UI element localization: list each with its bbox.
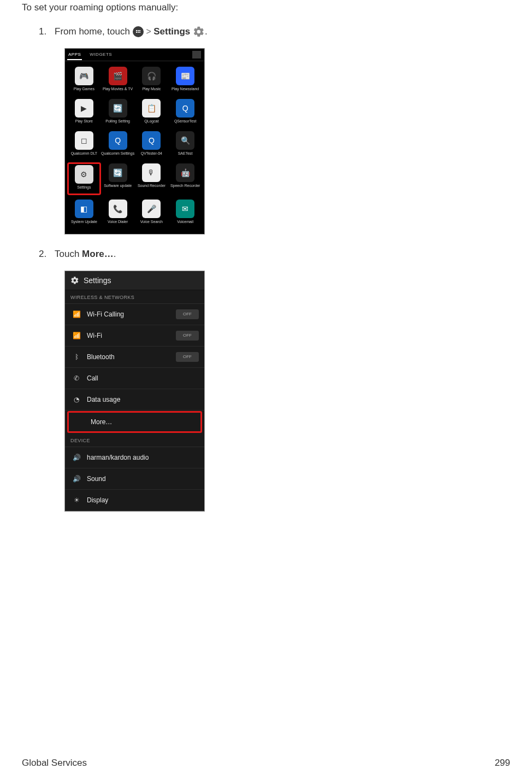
app-label: Play Movies & TV bbox=[103, 87, 133, 95]
settings-row[interactable]: ◔Data usage bbox=[65, 389, 204, 411]
app-icon: 🎮 bbox=[75, 67, 93, 85]
app-label: QSensorTest bbox=[174, 119, 196, 127]
app-label: Sound Recorder bbox=[138, 184, 165, 191]
intro-text: To set your roaming options manually: bbox=[22, 2, 510, 13]
app-label: SAETest bbox=[178, 151, 193, 159]
app-label: Software update bbox=[104, 184, 132, 191]
row-icon: 📶 bbox=[73, 310, 80, 318]
step-1: From home, touch > Settings . APPS WIDGE… bbox=[49, 25, 510, 234]
settings-title: Settings bbox=[84, 276, 111, 285]
app-icon: 🔍 bbox=[176, 131, 194, 150]
screenshot-settings: Settings WIRELESS & NETWORKS 📶Wi-Fi Call… bbox=[64, 271, 205, 512]
app-item[interactable]: QQSensorTest bbox=[168, 99, 202, 127]
step1-suffix: . bbox=[205, 26, 208, 37]
app-label: Settings bbox=[77, 185, 91, 193]
app-item[interactable]: QQualcomm Settings bbox=[101, 131, 135, 159]
toggle-off[interactable]: OFF bbox=[176, 309, 199, 319]
step1-prefix: From home, touch bbox=[55, 26, 133, 37]
app-label: Play Music bbox=[142, 87, 161, 95]
settings-row[interactable]: ☀Display bbox=[65, 490, 204, 511]
app-label: Qualcomm Settings bbox=[101, 151, 134, 159]
app-icon: 🎙 bbox=[142, 163, 161, 182]
app-icon: 🤖 bbox=[176, 163, 194, 182]
row-label: Data usage bbox=[87, 396, 120, 403]
app-icon: 📞 bbox=[109, 200, 127, 218]
apps-icon bbox=[133, 26, 144, 37]
app-item[interactable]: ⚙Settings bbox=[67, 162, 101, 195]
row-label: Bluetooth bbox=[87, 353, 115, 361]
app-label: Qualcomm DLT bbox=[71, 151, 98, 159]
app-item[interactable]: ◻Qualcomm DLT bbox=[67, 131, 101, 159]
row-label: Call bbox=[87, 374, 98, 382]
toggle-off[interactable]: OFF bbox=[176, 352, 199, 362]
gear-icon bbox=[70, 276, 79, 285]
app-item[interactable]: 📰Play Newsstand bbox=[168, 67, 202, 95]
row-icon: ☀ bbox=[73, 496, 80, 504]
app-item[interactable]: ✉Voicemail bbox=[168, 200, 202, 227]
settings-row[interactable]: 📶Wi-FiOFF bbox=[65, 325, 204, 347]
row-icon: ◔ bbox=[73, 396, 80, 403]
app-icon: ✉ bbox=[176, 200, 194, 218]
step2-more-label: More… bbox=[82, 249, 114, 259]
app-item[interactable]: 🎬Play Movies & TV bbox=[101, 67, 135, 95]
section-device: DEVICE bbox=[65, 433, 204, 447]
settings-row[interactable]: 📶Wi-Fi CallingOFF bbox=[65, 304, 204, 325]
app-icon: ◧ bbox=[75, 200, 93, 218]
app-icon: 🎧 bbox=[142, 67, 161, 85]
toggle-off[interactable]: OFF bbox=[176, 331, 199, 341]
settings-row[interactable]: ✆Call bbox=[65, 368, 204, 389]
app-label: System Update bbox=[71, 220, 97, 227]
app-icon: 🔄 bbox=[109, 99, 127, 118]
footer-section: Global Services bbox=[22, 758, 87, 769]
app-label: QVTester-04 bbox=[141, 151, 162, 159]
app-item[interactable]: 🔍SAETest bbox=[168, 131, 202, 159]
app-item[interactable]: QQVTester-04 bbox=[135, 131, 169, 159]
settings-row[interactable]: 🔊Sound bbox=[65, 468, 204, 490]
app-label: Play Newsstand bbox=[172, 87, 199, 95]
app-icon: 📋 bbox=[142, 99, 161, 118]
more-highlight: More… bbox=[67, 411, 202, 433]
row-icon: 🔊 bbox=[73, 454, 80, 461]
app-item[interactable]: 🎧Play Music bbox=[135, 67, 169, 95]
app-label: Voice Search bbox=[140, 220, 163, 227]
app-icon: 🔄 bbox=[109, 163, 127, 182]
tab-apps[interactable]: APPS bbox=[68, 52, 81, 57]
row-label-more: More… bbox=[91, 418, 112, 426]
row-label: harman/kardon audio bbox=[87, 454, 149, 461]
row-label: Wi-Fi bbox=[87, 332, 102, 339]
app-item[interactable]: 🎤Voice Search bbox=[135, 200, 169, 227]
app-item[interactable]: 🔄Software update bbox=[101, 163, 135, 195]
app-icon: Q bbox=[109, 131, 127, 150]
screenshot-app-drawer: APPS WIDGETS 🎮Play Games🎬Play Movies & T… bbox=[64, 48, 205, 234]
app-label: Voicemail bbox=[177, 220, 193, 227]
app-item[interactable]: 📞Voice Dialer bbox=[101, 200, 135, 227]
app-icon: 🎤 bbox=[142, 200, 161, 218]
app-item[interactable]: 🎙Sound Recorder bbox=[135, 163, 169, 195]
app-label: Play Games bbox=[74, 87, 94, 95]
app-icon: ▶ bbox=[75, 99, 93, 118]
tab-widgets[interactable]: WIDGETS bbox=[90, 52, 112, 57]
app-label: Speech Recorder bbox=[170, 184, 200, 191]
app-item[interactable]: 🎮Play Games bbox=[67, 67, 101, 95]
settings-row[interactable]: ᛒBluetoothOFF bbox=[65, 347, 204, 368]
app-icon: Q bbox=[176, 99, 194, 118]
app-label: Voice Dialer bbox=[108, 220, 128, 227]
gear-icon bbox=[193, 26, 205, 38]
row-icon: 📶 bbox=[73, 332, 80, 339]
shop-icon[interactable] bbox=[192, 51, 201, 58]
step1-settings-label: Settings bbox=[153, 26, 190, 37]
app-icon: 📰 bbox=[176, 67, 194, 85]
app-label: Polling Setting bbox=[105, 119, 130, 127]
app-icon: ⚙ bbox=[75, 165, 93, 184]
app-item[interactable]: 📋QLogcat bbox=[135, 99, 169, 127]
app-item[interactable]: ◧System Update bbox=[67, 200, 101, 227]
app-icon: ◻ bbox=[75, 131, 93, 150]
app-item[interactable]: 🔄Polling Setting bbox=[101, 99, 135, 127]
row-icon: ᛒ bbox=[73, 353, 80, 361]
app-item[interactable]: ▶Play Store bbox=[67, 99, 101, 127]
app-icon: Q bbox=[142, 131, 161, 150]
settings-row[interactable]: 🔊harman/kardon audio bbox=[65, 447, 204, 468]
row-more[interactable]: More… bbox=[69, 413, 200, 431]
section-wireless: WIRELESS & NETWORKS bbox=[65, 290, 204, 304]
app-item[interactable]: 🤖Speech Recorder bbox=[168, 163, 202, 195]
